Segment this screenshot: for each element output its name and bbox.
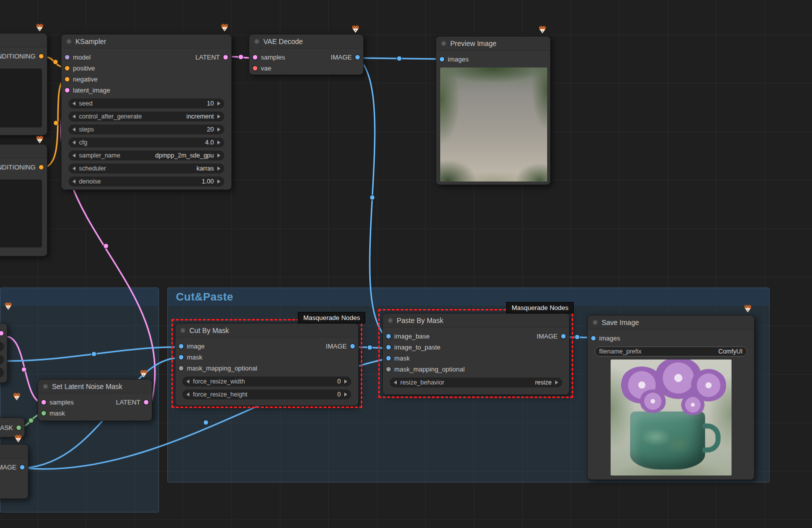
node-paste-by-mask[interactable]: Paste By Mask image_base IMAGE image_to_… (382, 313, 570, 395)
decrement-icon[interactable] (72, 102, 75, 106)
link-midpoint-dot[interactable] (103, 244, 108, 248)
widget-sampler-name[interactable]: sampler_name dpmpp_2m_sde_gpu (68, 150, 224, 160)
increment-icon[interactable] (217, 140, 220, 144)
input-dot-samples[interactable] (41, 400, 46, 404)
widget-filename-prefix[interactable]: filename_prefix ComfyUI (595, 346, 747, 356)
node-set-latent-noise-mask-header[interactable]: Set Latent Noise Mask (38, 380, 152, 394)
increment-icon[interactable] (217, 180, 220, 184)
output-dot-image[interactable] (350, 344, 355, 348)
prompt-textarea[interactable] (0, 68, 42, 128)
output-dot-mask[interactable] (16, 426, 21, 430)
clipped-widget[interactable] (0, 368, 4, 378)
input-dot-latent-image[interactable] (65, 88, 69, 92)
node-vae-decode-header[interactable]: VAE Decode (249, 34, 363, 48)
node-conditioning-b-header[interactable] (0, 144, 47, 158)
collapse-dot-icon[interactable] (43, 384, 48, 389)
increment-icon[interactable] (217, 128, 220, 132)
output-dot-image[interactable] (561, 334, 566, 338)
increment-icon[interactable] (344, 380, 347, 384)
link-midpoint-dot[interactable] (53, 120, 58, 126)
decrement-icon[interactable] (394, 380, 397, 384)
widget-steps[interactable]: steps 20 (68, 124, 224, 134)
input-dot-mask[interactable] (41, 411, 46, 416)
node-preview-image-header[interactable]: Preview Image (436, 36, 550, 50)
preview-image-garden[interactable] (440, 68, 547, 182)
node-cut-by-mask[interactable]: Cut By Mask image IMAGE mask mask_mappin… (175, 323, 359, 406)
collapse-dot-icon[interactable] (66, 39, 71, 44)
node-save-image[interactable]: Save Image images filename_prefix ComfyU… (587, 315, 755, 480)
output-dot-latent[interactable] (0, 331, 3, 336)
collapse-dot-icon[interactable] (254, 39, 259, 44)
node-conditioning-a-header[interactable] (0, 34, 47, 48)
collapse-dot-icon[interactable] (388, 318, 393, 323)
input-dot-positive[interactable] (65, 66, 69, 70)
input-dot-samples[interactable] (253, 55, 257, 60)
node-preview-image[interactable]: Preview Image images (436, 36, 551, 185)
output-dot-latent[interactable] (223, 55, 228, 60)
node-graph-canvas[interactable]: Cut&Paste (0, 0, 812, 528)
widget-force-resize-height[interactable]: force_resize_height 0 (182, 390, 351, 400)
link-midpoint-dot[interactable] (397, 56, 402, 61)
widget-seed[interactable]: seed 10 (68, 98, 224, 108)
increment-icon[interactable] (217, 154, 220, 158)
link-midpoint-dot[interactable] (370, 195, 375, 200)
node-ksampler-header[interactable]: KSampler (61, 34, 231, 48)
node-set-latent-noise-mask[interactable]: Set Latent Noise Mask samples LATENT mas… (37, 379, 152, 421)
collapse-dot-icon[interactable] (593, 320, 598, 325)
widget-cfg[interactable]: cfg 4.0 (68, 138, 224, 148)
node-partial-latent[interactable]: T (0, 323, 7, 383)
input-dot-image[interactable] (179, 344, 183, 348)
input-dot-image-base[interactable] (386, 334, 391, 338)
widget-scheduler[interactable]: scheduler karras (68, 164, 224, 174)
input-dot-image-to-paste[interactable] (386, 345, 391, 350)
input-dot-mask[interactable] (179, 355, 183, 360)
link-midpoint-dot[interactable] (238, 54, 243, 60)
saved-image-mug-orchids[interactable] (611, 360, 732, 476)
output-dot-latent[interactable] (144, 400, 148, 404)
node-vae-decode[interactable]: VAE Decode samples IMAGE vae (249, 34, 364, 75)
decrement-icon[interactable] (186, 392, 189, 396)
input-dot-images[interactable] (440, 57, 444, 62)
increment-icon[interactable] (217, 114, 220, 118)
input-dot-mask[interactable] (386, 356, 391, 360)
output-dot-conditioning[interactable] (39, 54, 43, 58)
collapse-dot-icon[interactable] (441, 41, 446, 46)
increment-icon[interactable] (344, 392, 347, 396)
group-cut-paste-header[interactable]: Cut&Paste (168, 288, 769, 306)
input-dot-mask-mapping-optional[interactable] (386, 367, 391, 372)
link-midpoint-dot[interactable] (53, 60, 58, 64)
collapse-dot-icon[interactable] (180, 328, 185, 333)
clipped-widget[interactable] (0, 342, 4, 352)
decrement-icon[interactable] (72, 114, 75, 118)
increment-icon[interactable] (217, 166, 220, 170)
node-conditioning-b[interactable]: NDITIONING (0, 144, 47, 256)
widget-control-after-generate[interactable]: control_after_generate increment (68, 112, 224, 122)
input-dot-mask-mapping-optional[interactable] (179, 366, 183, 370)
node-ksampler[interactable]: KSampler model LATENT positive negative (61, 34, 232, 190)
decrement-icon[interactable] (72, 154, 75, 158)
node-partial-image-header[interactable] (0, 444, 28, 458)
input-dot-negative[interactable] (65, 77, 69, 82)
decrement-icon[interactable] (72, 128, 75, 132)
input-dot-model[interactable] (65, 55, 69, 60)
widget-force-resize-width[interactable]: force_resize_width 0 (182, 376, 351, 386)
node-partial-image[interactable]: MAGE (0, 444, 28, 499)
node-paste-by-mask-header[interactable]: Paste By Mask (383, 314, 569, 328)
input-dot-vae[interactable] (253, 66, 257, 70)
clipped-widget[interactable] (0, 354, 4, 364)
output-dot-image[interactable] (355, 55, 360, 60)
increment-icon[interactable] (217, 102, 220, 106)
prompt-textarea[interactable] (0, 180, 42, 248)
decrement-icon[interactable] (72, 180, 75, 184)
increment-icon[interactable] (555, 380, 558, 384)
input-dot-images[interactable] (591, 336, 596, 340)
node-conditioning-a[interactable]: NDITIONING (0, 33, 47, 136)
group-bottom-left-header[interactable] (0, 288, 158, 306)
decrement-icon[interactable] (186, 380, 189, 384)
output-dot-image[interactable] (20, 465, 24, 470)
decrement-icon[interactable] (72, 166, 75, 170)
node-save-image-header[interactable]: Save Image (588, 316, 754, 330)
decrement-icon[interactable] (72, 140, 75, 144)
widget-denoise[interactable]: denoise 1.00 (68, 176, 224, 186)
node-cut-by-mask-header[interactable]: Cut By Mask (175, 324, 358, 338)
